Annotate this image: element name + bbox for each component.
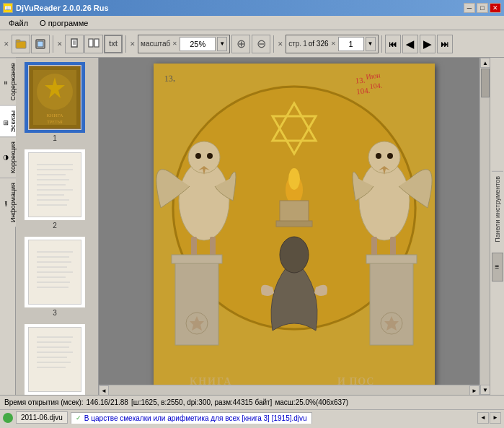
thumbnail-3[interactable]: 3 xyxy=(19,235,91,318)
open-button[interactable] xyxy=(12,35,30,53)
svg-point-60 xyxy=(376,153,381,159)
group2-close[interactable]: ✕ xyxy=(57,40,63,48)
thumb-1-num: 1 xyxy=(53,134,57,142)
page-dropdown[interactable]: ▼ xyxy=(366,37,376,51)
main-view[interactable]: КНИГА ТРЕТЬЯ И ПОС АВЛЕНЯ 13. 104. 13, И… xyxy=(99,58,490,395)
scale-inner-close[interactable]: ✕ xyxy=(172,40,177,47)
status-info: [ш:1625, в:2550, dpi:300, разм:44315 бай… xyxy=(131,398,272,406)
panel-collapse-btn[interactable]: ≡ xyxy=(492,253,503,281)
page-close2[interactable]: ✕ xyxy=(331,40,336,47)
thumbnail-4[interactable]: 4 xyxy=(19,323,91,395)
svg-rect-35 xyxy=(30,328,80,390)
menu-file[interactable]: Файл xyxy=(3,17,34,29)
maximize-button[interactable]: □ xyxy=(477,3,488,13)
svg-rect-70 xyxy=(366,255,417,263)
sep1 xyxy=(53,35,53,53)
file-tab-1-name: 2011-06.djvu xyxy=(21,414,63,422)
svg-rect-8 xyxy=(89,39,93,47)
info-label: Информация xyxy=(9,183,17,222)
svg-point-55 xyxy=(207,153,213,159)
svg-point-61 xyxy=(387,153,393,159)
close-button[interactable]: ✕ xyxy=(490,3,501,13)
scroll-thumb[interactable] xyxy=(481,69,490,97)
thumb-3-num: 3 xyxy=(53,309,57,317)
scale-dropdown[interactable]: ▼ xyxy=(217,37,227,51)
view-button[interactable] xyxy=(31,35,50,53)
svg-rect-9 xyxy=(94,39,99,47)
scroll-left-btn[interactable]: ◄ xyxy=(99,385,109,395)
two-page-btn[interactable] xyxy=(84,35,103,53)
window-controls: ─ □ ✕ xyxy=(464,3,501,13)
prev-page-btn[interactable]: ◀ xyxy=(402,35,418,53)
right-panel: Панели инструментов ≡ xyxy=(490,58,504,395)
sidebar-tab-thumbnails[interactable]: ⊞ Эскизы xyxy=(0,105,16,137)
file-tools xyxy=(12,35,50,53)
scroll-down-btn[interactable]: ▼ xyxy=(480,385,490,395)
file-tab-1[interactable]: 2011-06.djvu xyxy=(16,411,68,424)
contents-label: Содержание xyxy=(9,63,17,101)
single-page-btn[interactable] xyxy=(65,35,84,53)
page-canvas: КНИГА ТРЕТЬЯ И ПОС АВЛЕНЯ 13. 104. 13, И… xyxy=(154,64,435,395)
svg-text:104.: 104. xyxy=(356,86,371,96)
thumb-3-img xyxy=(28,240,81,305)
file2-check-icon: ✓ xyxy=(76,414,81,422)
svg-rect-50 xyxy=(280,201,309,222)
info-icon: ℹ xyxy=(2,185,9,222)
panel-label: Панели инструментов xyxy=(492,171,503,247)
file-bar: 2011-06.djvu ✓ В царстве смекалки или ар… xyxy=(0,409,504,425)
page-of: of 326 xyxy=(309,40,329,48)
minimize-button[interactable]: ─ xyxy=(464,3,475,13)
page-close[interactable]: ✕ xyxy=(278,40,283,48)
file-nav: ◄ ► xyxy=(477,412,501,424)
scroll-up-btn[interactable]: ▲ xyxy=(480,58,490,68)
group1-close[interactable]: ✕ xyxy=(4,40,9,48)
svg-text:13.: 13. xyxy=(355,75,366,84)
file-nav-right[interactable]: ► xyxy=(490,412,501,424)
menu-bar: Файл О программе xyxy=(0,16,504,30)
left-sidebar: ≡ Содержание ⊞ Эскизы ◐ Коррекция ℹ Инфо… xyxy=(0,58,16,395)
sep4 xyxy=(381,35,382,53)
svg-text:ТРЕТЬЯ: ТРЕТЬЯ xyxy=(47,120,62,124)
zoom-in-btn[interactable]: ⊕ xyxy=(231,35,250,53)
status-scale: масш:25.0%(406х637) xyxy=(275,398,348,406)
thumbs-label: Эскизы xyxy=(9,110,17,133)
text-btn[interactable]: txt xyxy=(104,35,123,53)
toolbar: ✕ ✕ txt ✕ масштаб ✕ ▼ ⊕ ⊖ ✕ стр. 1 of 32… xyxy=(0,30,504,58)
svg-rect-1 xyxy=(16,40,20,42)
thumb-4-img xyxy=(28,327,81,392)
app-title: DjVuReader 2.0.0.26 Rus xyxy=(16,4,109,12)
scale-group: масштаб ✕ ▼ xyxy=(138,35,230,53)
file1-status-icon xyxy=(3,413,13,423)
page-display: КНИГА ТРЕТЬЯ И ПОС АВЛЕНЯ 13. 104. 13, И… xyxy=(99,58,490,395)
zoom-out-btn[interactable]: ⊖ xyxy=(252,35,270,53)
sidebar-tab-correction[interactable]: ◐ Коррекция xyxy=(0,136,16,178)
correction-icon: ◐ xyxy=(2,144,9,173)
view-tools: txt xyxy=(65,35,123,53)
scale-close[interactable]: ✕ xyxy=(130,40,136,48)
thumb-2-wrap xyxy=(25,149,85,220)
status-bar: Время открытия (мсек): 146.16/21.88 [ш:1… xyxy=(0,395,504,409)
thumb-3-wrap xyxy=(25,237,85,307)
sep3 xyxy=(273,35,274,53)
last-page-btn[interactable]: ⏭ xyxy=(437,35,453,53)
file-nav-left[interactable]: ◄ xyxy=(477,412,489,424)
menu-about[interactable]: О программе xyxy=(34,17,94,29)
svg-rect-69 xyxy=(370,258,413,345)
contents-icon: ≡ xyxy=(2,65,9,101)
first-page-btn[interactable]: ⏮ xyxy=(385,35,401,53)
scale-input[interactable] xyxy=(180,37,216,51)
thumbnail-2[interactable]: 2 xyxy=(19,148,91,231)
svg-point-49 xyxy=(288,168,300,190)
page-1-of: 1 xyxy=(303,40,307,48)
vertical-scrollbar[interactable]: ▲ ▼ xyxy=(479,58,490,395)
svg-rect-3 xyxy=(37,41,43,47)
sidebar-tab-info[interactable]: ℹ Информация xyxy=(0,178,16,227)
scroll-right-btn[interactable]: ► xyxy=(469,385,479,395)
horizontal-scrollbar[interactable]: ◄ ► xyxy=(99,385,479,395)
page-input[interactable] xyxy=(338,37,364,51)
next-page-btn[interactable]: ▶ xyxy=(420,35,436,53)
thumbnail-1[interactable]: КНИГА ТРЕТЬЯ 1 xyxy=(19,61,91,144)
sidebar-tab-contents[interactable]: ≡ Содержание xyxy=(0,58,16,105)
sep2 xyxy=(125,35,126,53)
file-tab-2[interactable]: ✓ В царстве смекалки или арифметика для … xyxy=(71,412,312,424)
